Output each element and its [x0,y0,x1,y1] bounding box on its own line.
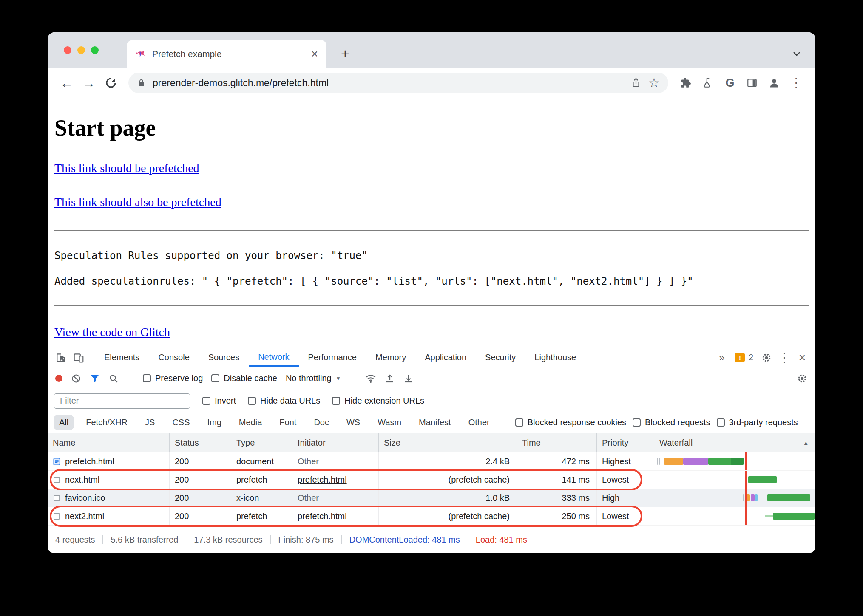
import-har-icon[interactable] [385,373,395,384]
side-panel-icon[interactable] [742,77,762,88]
column-header-name[interactable]: Name [48,433,170,452]
google-extension-icon[interactable]: G [720,76,740,90]
invert-checkbox[interactable]: Invert [202,396,236,406]
preserve-log-checkbox[interactable]: Preserve log [143,373,203,383]
request-row-next-html[interactable]: next.html 200 prefetch prefetch.html (pr… [48,471,815,489]
type-filter-img[interactable]: Img [202,415,227,430]
devtools-tab-console[interactable]: Console [149,348,199,367]
tab-title: Prefetch example [152,49,304,59]
record-network-log-button[interactable] [55,375,62,382]
filter-funnel-icon[interactable] [90,373,100,384]
waterfall-segment [731,458,744,465]
request-size: (prefetch cache) [379,471,517,489]
tab-close-icon[interactable]: × [311,48,318,60]
type-filter-other[interactable]: Other [463,415,495,430]
glitch-code-link[interactable]: View the code on Glitch [54,325,170,339]
new-tab-button[interactable]: + [336,44,355,63]
chevron-down-icon: ▼ [336,376,341,381]
network-table-body: prefetch.html 200 document Other 2.4 kB … [48,452,815,526]
browser-menu-icon[interactable]: ⋮ [786,76,806,89]
type-filter-media[interactable]: Media [233,415,267,430]
column-header-waterfall[interactable]: Waterfall ▲ [654,433,815,452]
devtools-close-icon[interactable]: × [793,351,811,365]
prefetch-link-1[interactable]: This link should be prefetched [54,161,199,175]
close-window-button[interactable] [64,46,71,54]
request-status: 200 [170,452,231,470]
request-initiator-link[interactable]: prefetch.html [298,511,347,521]
issues-badge[interactable]: ! 2 [731,353,758,362]
type-filter-doc[interactable]: Doc [308,415,335,430]
devtools-tab-security[interactable]: Security [476,348,525,367]
column-header-time[interactable]: Time [517,433,597,452]
inspect-element-icon[interactable] [52,352,70,363]
type-filter-css[interactable]: CSS [167,415,195,430]
devtools-tab-application[interactable]: Application [415,348,476,367]
blocked-requests-label: Blocked requests [645,418,710,427]
waterfall-segment [664,458,683,465]
devtools-tab-sources[interactable]: Sources [199,348,249,367]
blocked-response-cookies-checkbox[interactable]: Blocked response cookies [515,418,626,427]
device-toolbar-icon[interactable] [70,352,88,363]
column-header-priority[interactable]: Priority [597,433,654,452]
request-name: prefetch.html [65,457,114,466]
devtools-tab-elements[interactable]: Elements [95,348,149,367]
hide-extension-urls-checkbox[interactable]: Hide extension URLs [332,396,424,406]
address-bar[interactable]: prerender-demos.glitch.me/prefetch.html … [128,73,668,93]
summary-load: Load: 481 ms [468,535,535,545]
devtools-tab-lighthouse[interactable]: Lighthouse [525,348,585,367]
share-icon[interactable] [630,77,642,88]
type-filter-ws[interactable]: WS [341,415,366,430]
request-type-filters: All Fetch/XHR JS CSS Img Media Font Doc … [48,412,815,433]
type-filter-font[interactable]: Font [274,415,302,430]
back-button[interactable]: ← [57,76,77,90]
type-filter-js[interactable]: JS [139,415,160,430]
hide-data-urls-checkbox[interactable]: Hide data URLs [248,396,320,406]
type-filter-fetch-xhr[interactable]: Fetch/XHR [80,415,133,430]
request-row-prefetch-html[interactable]: prefetch.html 200 document Other 2.4 kB … [48,452,815,471]
type-filter-all[interactable]: All [54,415,74,430]
waterfall-segment [767,494,810,501]
reload-button[interactable] [101,76,121,89]
profile-avatar-icon[interactable] [764,77,784,89]
throttling-select[interactable]: No throttling ▼ [286,373,341,383]
request-initiator-link[interactable]: prefetch.html [298,475,347,485]
devtools-menu-icon[interactable]: ⋮ [775,351,793,364]
request-row-favicon-ico[interactable]: favicon.ico 200 x-icon Other 1.0 kB 333 … [48,489,815,507]
search-icon[interactable] [108,373,119,384]
minimize-window-button[interactable] [77,46,85,54]
devtools-tab-network[interactable]: Network [249,348,298,367]
request-status: 200 [170,471,231,489]
devtools-tab-memory[interactable]: Memory [366,348,415,367]
column-header-status[interactable]: Status [170,433,231,452]
filter-input[interactable] [54,393,190,409]
waterfall-cell [654,452,815,470]
extensions-puzzle-icon[interactable] [676,77,696,88]
third-party-requests-checkbox[interactable]: 3rd-party requests [717,418,798,427]
column-header-size[interactable]: Size [379,433,517,452]
browser-tab[interactable]: Prefetch example × [127,40,326,68]
clear-network-log-icon[interactable] [71,373,81,384]
issues-count: 2 [749,353,753,362]
devtools-tab-performance[interactable]: Performance [299,348,366,367]
network-settings-gear-icon[interactable] [797,373,808,384]
prefetch-link-2[interactable]: This link should also be prefetched [54,195,221,209]
zoom-window-button[interactable] [91,46,99,54]
hide-extension-urls-label: Hide extension URLs [344,396,424,406]
export-har-icon[interactable] [403,373,414,384]
request-row-next2-html[interactable]: next2.html 200 prefetch prefetch.html (p… [48,507,815,526]
column-header-initiator[interactable]: Initiator [292,433,379,452]
tab-search-chevron-icon[interactable] [791,48,803,59]
devtools-settings-gear-icon[interactable] [758,352,775,363]
type-filter-manifest[interactable]: Manifest [413,415,457,430]
column-header-type[interactable]: Type [231,433,292,452]
type-filter-wasm[interactable]: Wasm [372,415,407,430]
more-tabs-icon[interactable]: » [713,352,731,364]
disable-cache-checkbox[interactable]: Disable cache [211,373,277,383]
bookmark-star-icon[interactable]: ☆ [648,76,660,89]
waterfall-segment [683,458,708,465]
blocked-requests-checkbox[interactable]: Blocked requests [633,418,710,427]
forward-button[interactable]: → [79,76,99,90]
summary-resources: 17.3 kB resources [186,535,270,545]
labs-flask-icon[interactable] [698,77,718,88]
network-conditions-icon[interactable] [365,373,376,384]
